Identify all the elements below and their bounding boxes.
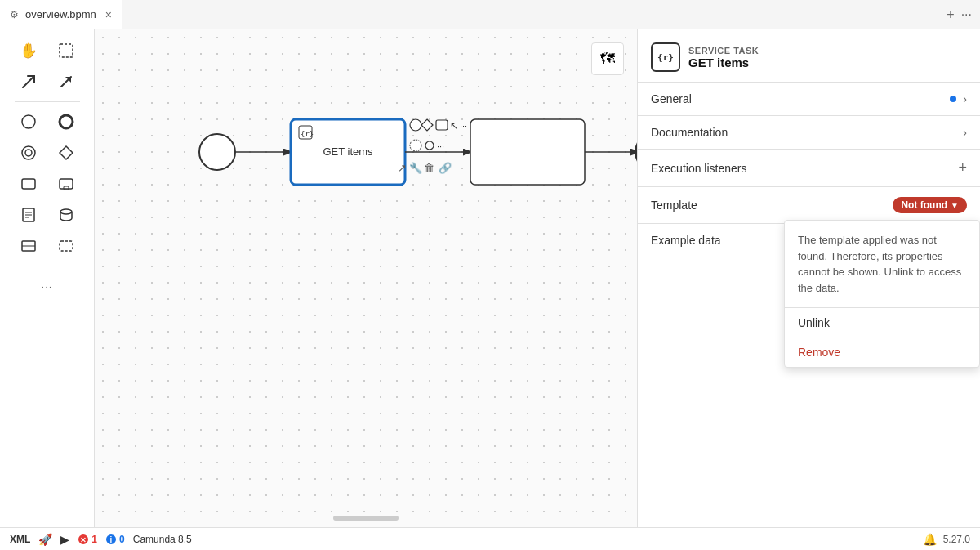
context-pad-2[interactable]: ··· bbox=[410, 140, 444, 151]
svg-text:···: ··· bbox=[460, 121, 467, 131]
more-tools-button[interactable]: ··· bbox=[29, 271, 65, 301]
remove-button[interactable]: Remove bbox=[785, 338, 979, 367]
not-found-badge[interactable]: Not found ▼ bbox=[893, 197, 967, 213]
tab-actions: + ··· bbox=[938, 0, 980, 29]
dashed-rect-tool-button[interactable] bbox=[48, 231, 84, 261]
box-select-tool-button[interactable] bbox=[48, 36, 84, 65]
end-event[interactable] bbox=[636, 134, 637, 170]
svg-point-9 bbox=[25, 150, 32, 156]
svg-point-6 bbox=[22, 115, 35, 128]
bpmn-diagram: {r} GET items ↖ ··· bbox=[176, 70, 637, 275]
error-count[interactable]: ✕ 1 bbox=[78, 534, 97, 545]
start-event[interactable] bbox=[199, 134, 235, 170]
svg-point-26 bbox=[410, 119, 421, 131]
execution-listeners-label: Execution listeners bbox=[651, 162, 958, 175]
left-toolbar: ✋ bbox=[0, 29, 95, 527]
toolbar-divider bbox=[15, 101, 80, 102]
circle-tool-button[interactable] bbox=[11, 107, 47, 136]
status-right: 🔔 5.27.0 bbox=[923, 533, 970, 546]
svg-marker-10 bbox=[60, 146, 73, 159]
status-left: XML 🚀 ▶ ✕ 1 i 0 Camunda 8.5 bbox=[10, 533, 192, 546]
svg-text:{r}: {r} bbox=[301, 130, 314, 138]
tab-bar: ⚙ overview.bpmn × + ··· bbox=[0, 0, 980, 29]
subprocess-tool-button[interactable] bbox=[48, 169, 84, 199]
general-label: General bbox=[651, 92, 950, 105]
svg-point-7 bbox=[60, 115, 73, 128]
documentation-section[interactable]: Documentation › bbox=[638, 116, 980, 150]
general-dot bbox=[950, 96, 956, 102]
documentation-label: Documentation bbox=[651, 126, 963, 139]
arrow-tool-button[interactable] bbox=[48, 67, 84, 96]
add-execution-listener-button[interactable]: + bbox=[958, 159, 967, 177]
not-found-chevron: ▼ bbox=[951, 201, 959, 210]
svg-point-31 bbox=[410, 140, 421, 151]
panel-header-text: SERVICE TASK GET items bbox=[688, 46, 759, 69]
canvas-scrollbar[interactable] bbox=[333, 516, 399, 521]
version-label: 5.27.0 bbox=[943, 534, 970, 545]
diamond-tool-button[interactable] bbox=[48, 138, 84, 168]
svg-rect-12 bbox=[60, 179, 73, 189]
svg-text:🔧: 🔧 bbox=[409, 161, 423, 175]
toolbar-divider-2 bbox=[15, 266, 80, 266]
panel-subtitle: SERVICE TASK bbox=[688, 46, 759, 56]
info-count[interactable]: i 0 bbox=[105, 534, 125, 545]
svg-rect-21 bbox=[60, 241, 73, 251]
service-task-icon: {r} bbox=[651, 42, 680, 72]
panel-title: GET items bbox=[688, 56, 759, 69]
general-chevron: › bbox=[963, 92, 967, 105]
svg-text:GET items: GET items bbox=[323, 145, 373, 158]
xml-label[interactable]: XML bbox=[10, 534, 30, 545]
right-panel: {r} SERVICE TASK GET items General › Doc… bbox=[637, 29, 980, 527]
template-section: Template Not found ▼ The template applie… bbox=[638, 187, 980, 224]
tab-overview-bpmn[interactable]: ⚙ overview.bpmn × bbox=[0, 0, 122, 29]
deploy-icon[interactable]: 🚀 bbox=[38, 533, 52, 546]
svg-point-18 bbox=[60, 209, 72, 214]
bpmn-tab-icon: ⚙ bbox=[10, 9, 19, 20]
status-bar: XML 🚀 ▶ ✕ 1 i 0 Camunda 8.5 🔔 5.27.0 bbox=[0, 527, 980, 550]
svg-text:🔗: 🔗 bbox=[439, 161, 452, 175]
svg-text:···: ··· bbox=[437, 141, 444, 151]
documentation-chevron: › bbox=[963, 126, 967, 139]
note-tool-button[interactable] bbox=[11, 200, 47, 230]
svg-text:🗑: 🗑 bbox=[424, 162, 434, 174]
svg-text:✕: ✕ bbox=[80, 536, 87, 544]
tab-close-button[interactable]: × bbox=[105, 8, 112, 21]
execution-listeners-section[interactable]: Execution listeners + bbox=[638, 150, 980, 187]
lasso-tool-button[interactable] bbox=[11, 67, 47, 96]
svg-line-1 bbox=[23, 76, 34, 87]
info-icon: i bbox=[105, 534, 117, 545]
template-dropdown: The template applied was not found. Ther… bbox=[784, 220, 980, 368]
tooltip-message: The template applied was not found. Ther… bbox=[785, 221, 979, 308]
svg-text:↗: ↗ bbox=[398, 162, 407, 174]
ring-tool-button[interactable] bbox=[11, 138, 47, 168]
svg-rect-0 bbox=[60, 44, 73, 57]
notifications-button[interactable]: 🔔 bbox=[923, 533, 937, 546]
unlink-button[interactable]: Unlink bbox=[785, 308, 979, 338]
play-icon[interactable]: ▶ bbox=[60, 533, 69, 546]
not-found-text: Not found bbox=[901, 199, 947, 211]
more-tabs-button[interactable]: ··· bbox=[961, 7, 972, 22]
panel-header: {r} SERVICE TASK GET items bbox=[638, 29, 980, 83]
lane-tool-button[interactable] bbox=[11, 231, 47, 261]
empty-task[interactable] bbox=[470, 119, 585, 185]
svg-text:i: i bbox=[110, 535, 113, 544]
general-section[interactable]: General › bbox=[638, 83, 980, 116]
svg-rect-11 bbox=[22, 179, 35, 189]
svg-rect-28 bbox=[436, 120, 448, 130]
context-pad-3[interactable]: 🔧 🗑 🔗 ↗ bbox=[398, 161, 452, 175]
new-tab-button[interactable]: + bbox=[947, 7, 954, 22]
thick-circle-tool-button[interactable] bbox=[48, 107, 84, 136]
main-area: ✋ bbox=[0, 29, 980, 527]
svg-marker-27 bbox=[421, 119, 433, 131]
engine-label: Camunda 8.5 bbox=[133, 534, 192, 545]
svg-text:↖: ↖ bbox=[450, 120, 458, 132]
error-icon: ✕ bbox=[78, 534, 89, 545]
tab-label: overview.bpmn bbox=[25, 8, 96, 20]
database-tool-button[interactable] bbox=[48, 200, 84, 230]
rect-tool-button[interactable] bbox=[11, 169, 47, 199]
hand-tool-button[interactable]: ✋ bbox=[11, 36, 47, 65]
context-pad[interactable]: ↖ ··· bbox=[410, 119, 467, 132]
svg-point-32 bbox=[425, 141, 434, 150]
svg-point-8 bbox=[22, 146, 35, 159]
bpmn-canvas[interactable]: 🗺 {r} GET items ↖ bbox=[95, 29, 637, 527]
